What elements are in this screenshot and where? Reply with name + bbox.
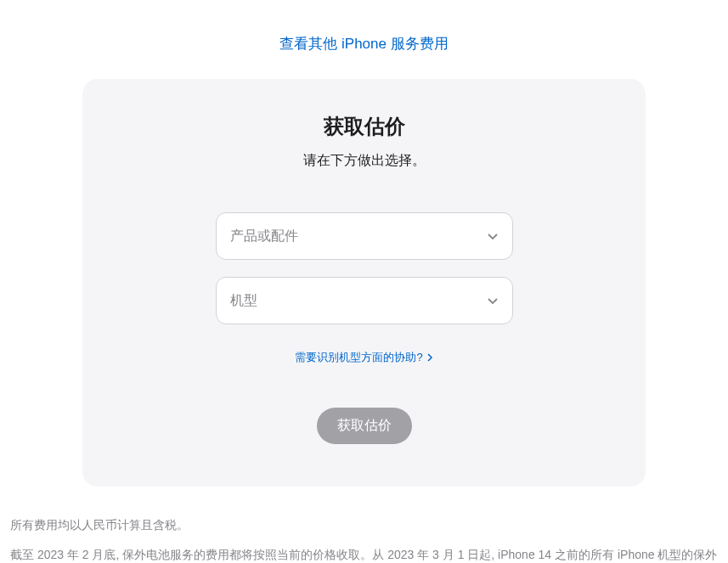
chevron-right-icon bbox=[426, 352, 433, 364]
chevron-down-icon bbox=[487, 230, 499, 242]
help-link-label: 需要识别机型方面的协助? bbox=[295, 350, 422, 365]
chevron-down-icon bbox=[487, 295, 499, 307]
footer-notes: 所有费用均以人民币计算且含税。 截至 2023 年 2 月底, 保外电池服务的费… bbox=[0, 487, 728, 563]
footer-line1: 所有费用均以人民币计算且含税。 bbox=[10, 512, 718, 538]
product-select[interactable]: 产品或配件 bbox=[216, 212, 513, 260]
get-estimate-button[interactable]: 获取估价 bbox=[317, 408, 412, 444]
footer-line2: 截至 2023 年 2 月底, 保外电池服务的费用都将按照当前的价格收取。从 2… bbox=[10, 542, 718, 563]
card-title: 获取估价 bbox=[133, 113, 595, 140]
identify-model-help-link[interactable]: 需要识别机型方面的协助? bbox=[295, 350, 432, 365]
product-select-placeholder: 产品或配件 bbox=[230, 228, 298, 245]
other-services-link[interactable]: 查看其他 iPhone 服务费用 bbox=[279, 36, 448, 52]
footer-line2-text: 截至 2023 年 2 月底, 保外电池服务的费用都将按照当前的价格收取。从 2… bbox=[10, 548, 717, 563]
estimate-card: 获取估价 请在下方做出选择。 产品或配件 机型 需要识别机型方面的协助? 获取估… bbox=[82, 79, 646, 487]
submit-container: 获取估价 bbox=[133, 408, 595, 444]
model-select-wrapper: 机型 bbox=[216, 277, 513, 324]
model-select-placeholder: 机型 bbox=[230, 292, 257, 310]
card-subtitle: 请在下方做出选择。 bbox=[133, 152, 595, 170]
product-select-wrapper: 产品或配件 bbox=[216, 212, 513, 260]
model-select[interactable]: 机型 bbox=[216, 277, 513, 324]
top-link-container: 查看其他 iPhone 服务费用 bbox=[0, 0, 728, 79]
